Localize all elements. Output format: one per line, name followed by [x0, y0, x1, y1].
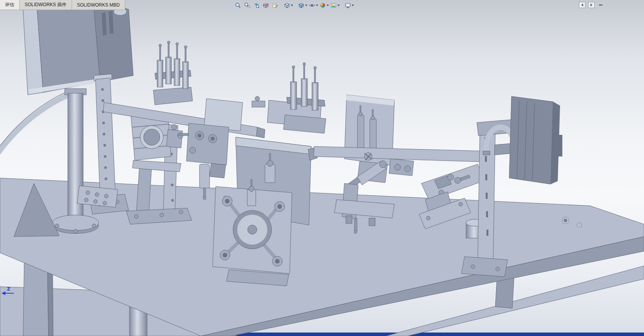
previous-view-button[interactable]	[252, 1, 261, 10]
view-orientation-icon	[284, 2, 290, 8]
knob	[359, 112, 362, 116]
collapse-right-panel-button[interactable]	[588, 2, 595, 8]
hide-show-items-icon	[309, 2, 315, 8]
tab-label: SOLIDWORKS 插件	[25, 2, 67, 8]
valve-block-center[interactable]	[178, 99, 243, 200]
cylinder	[200, 164, 210, 188]
tab-label: SOLIDWORKS MBD	[77, 2, 120, 8]
z-axis-label: Z	[7, 286, 10, 292]
dropdown-caret-icon[interactable]	[291, 5, 293, 6]
bolt	[74, 229, 77, 233]
arm	[495, 143, 512, 155]
view-orientation-button[interactable]	[283, 1, 294, 10]
heads-up-toolbar	[233, 1, 355, 10]
bolt	[134, 215, 138, 218]
apply-scene-button[interactable]	[330, 1, 340, 10]
dropdown-caret-icon[interactable]	[327, 5, 329, 6]
cylinder-bore	[144, 129, 160, 145]
command-manager-tabs: 评估 SOLIDWORKS 插件 SOLIDWORKS MBD	[0, 0, 125, 10]
triangle-right-icon	[590, 3, 592, 7]
knob	[267, 160, 273, 166]
display-style-button[interactable]	[297, 1, 308, 10]
zoom-to-fit-icon	[235, 2, 241, 8]
hide-show-items-button[interactable]	[308, 1, 319, 10]
hose-clamp	[483, 151, 490, 155]
dynamic-annotation-views-button[interactable]	[270, 1, 280, 10]
previous-view-icon	[253, 2, 260, 8]
graphics-area[interactable]: Z	[0, 0, 644, 336]
tip	[203, 197, 206, 200]
tab-solidworks-addins[interactable]: SOLIDWORKS 插件	[20, 0, 72, 10]
plate	[421, 164, 485, 200]
knob	[394, 164, 401, 170]
hole	[564, 219, 567, 222]
toolbar-separator	[280, 5, 283, 6]
view-settings-icon	[345, 2, 351, 8]
collapse-left-panel-button[interactable]	[579, 2, 585, 8]
triangle-left-icon	[581, 3, 583, 7]
knob	[249, 186, 254, 192]
bolt	[179, 210, 183, 214]
knob	[404, 166, 411, 172]
edit-appearance-button[interactable]	[319, 1, 330, 10]
bolt	[471, 265, 475, 269]
valve	[265, 164, 275, 183]
knob-center	[198, 134, 201, 138]
face	[37, 0, 100, 92]
bolt	[160, 213, 164, 217]
base	[52, 215, 99, 230]
cad-assembly-model[interactable]: Z	[0, 0, 644, 336]
rod	[178, 133, 189, 136]
cylinder	[357, 115, 364, 149]
dropdown-caret-icon[interactable]	[352, 5, 354, 6]
face	[93, 0, 133, 82]
minimize-button[interactable]	[597, 2, 604, 8]
rod	[203, 188, 206, 197]
bolt-plate[interactable]	[77, 186, 118, 207]
window-controls	[579, 2, 604, 8]
valve-block	[166, 129, 183, 148]
knob-center	[211, 137, 215, 141]
plate	[96, 78, 116, 200]
foot	[369, 218, 375, 226]
dropdown-caret-icon[interactable]	[305, 5, 307, 6]
knob	[454, 177, 461, 183]
frame-tube-left[interactable]	[0, 89, 74, 153]
dynamic-annotation-views-icon	[272, 2, 278, 8]
bolt	[496, 267, 500, 271]
bolt	[426, 216, 430, 220]
shaft	[248, 225, 257, 234]
zoom-to-area-icon	[244, 2, 250, 8]
toolbar-separator	[340, 5, 344, 6]
panel	[509, 96, 553, 184]
hole	[577, 223, 582, 227]
display-style-icon	[298, 2, 304, 8]
edit-appearance-icon	[320, 2, 326, 8]
piston-rods	[159, 41, 187, 63]
beam-end	[257, 127, 265, 138]
knob	[379, 161, 386, 168]
zoom-to-fit-button[interactable]	[233, 1, 243, 10]
dropdown-caret-icon[interactable]	[337, 5, 340, 6]
pneumatic-cylinder-cluster-left[interactable]	[153, 41, 193, 105]
dropdown-caret-icon[interactable]	[316, 5, 318, 6]
block	[153, 87, 193, 105]
valve	[247, 190, 256, 206]
connector	[558, 135, 562, 156]
bolt	[92, 224, 96, 228]
view-settings-button[interactable]	[344, 1, 355, 10]
pin	[354, 218, 357, 231]
bolt	[459, 202, 463, 206]
tip	[354, 230, 357, 234]
pneumatic-cylinder-cluster-right	[252, 63, 326, 134]
tube	[0, 92, 74, 153]
tab-solidworks-mbd[interactable]: SOLIDWORKS MBD	[72, 0, 125, 10]
foot	[346, 216, 352, 223]
tab-evaluate[interactable]: 评估	[0, 0, 20, 10]
cylinder	[370, 119, 376, 151]
control-box[interactable]	[23, 0, 133, 95]
base	[461, 257, 508, 277]
zoom-to-area-button[interactable]	[243, 1, 252, 10]
section-view-button[interactable]	[261, 1, 270, 10]
section-view-icon	[263, 2, 269, 8]
